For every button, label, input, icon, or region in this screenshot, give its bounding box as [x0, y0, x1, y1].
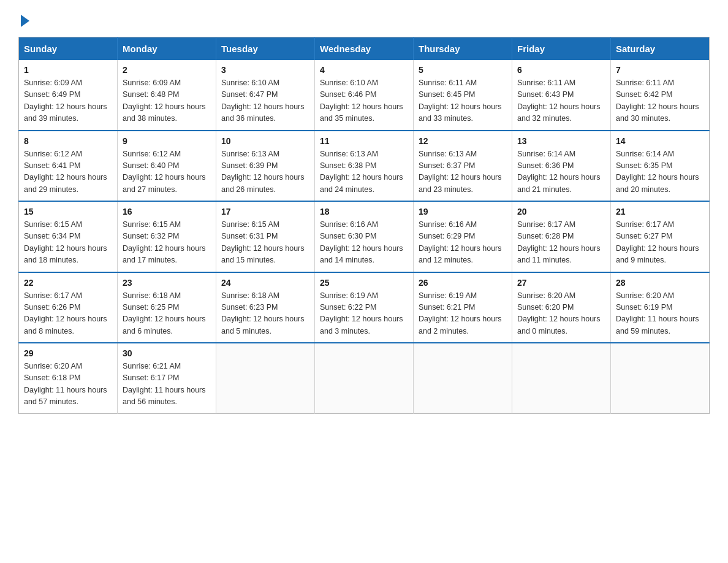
day-number: 18 [320, 207, 408, 216]
calendar-cell: 27Sunrise: 6:20 AMSunset: 6:20 PMDayligh… [512, 272, 611, 343]
day-number: 11 [320, 136, 408, 146]
calendar-cell: 11Sunrise: 6:13 AMSunset: 6:38 PMDayligh… [315, 131, 414, 202]
day-info: Sunrise: 6:14 AMSunset: 6:36 PMDaylight:… [517, 148, 605, 196]
calendar-table: SundayMondayTuesdayWednesdayThursdayFrid… [18, 37, 710, 414]
day-info: Sunrise: 6:15 AMSunset: 6:32 PMDaylight:… [123, 219, 211, 267]
calendar-cell: 17Sunrise: 6:15 AMSunset: 6:31 PMDayligh… [216, 201, 315, 272]
day-number: 26 [419, 278, 507, 288]
calendar-cell [414, 343, 512, 413]
day-info: Sunrise: 6:16 AMSunset: 6:30 PMDaylight:… [320, 219, 408, 267]
calendar-cell [512, 343, 611, 413]
day-info: Sunrise: 6:09 AMSunset: 6:48 PMDaylight:… [123, 77, 211, 125]
header-friday: Friday [512, 37, 611, 61]
calendar-cell: 1Sunrise: 6:09 AMSunset: 6:49 PMDaylight… [19, 60, 118, 131]
logo-arrow-icon [21, 15, 29, 27]
day-number: 6 [517, 65, 605, 75]
day-number: 29 [24, 348, 112, 358]
day-info: Sunrise: 6:17 AMSunset: 6:27 PMDaylight:… [616, 219, 704, 267]
day-info: Sunrise: 6:20 AMSunset: 6:19 PMDaylight:… [616, 290, 704, 338]
day-info: Sunrise: 6:12 AMSunset: 6:41 PMDaylight:… [24, 148, 112, 196]
day-info: Sunrise: 6:11 AMSunset: 6:42 PMDaylight:… [616, 77, 704, 125]
day-info: Sunrise: 6:17 AMSunset: 6:26 PMDaylight:… [24, 290, 112, 338]
day-number: 25 [320, 278, 408, 288]
calendar-cell: 24Sunrise: 6:18 AMSunset: 6:23 PMDayligh… [216, 272, 315, 343]
day-number: 3 [221, 65, 309, 75]
day-info: Sunrise: 6:18 AMSunset: 6:23 PMDaylight:… [221, 290, 309, 338]
header-saturday: Saturday [611, 37, 710, 61]
day-number: 15 [24, 207, 112, 216]
day-number: 2 [123, 65, 211, 75]
day-info: Sunrise: 6:20 AMSunset: 6:18 PMDaylight:… [24, 361, 112, 408]
day-number: 13 [517, 136, 605, 146]
day-info: Sunrise: 6:21 AMSunset: 6:17 PMDaylight:… [123, 361, 211, 408]
day-number: 12 [419, 136, 507, 146]
day-info: Sunrise: 6:13 AMSunset: 6:37 PMDaylight:… [419, 148, 507, 196]
calendar-cell: 15Sunrise: 6:15 AMSunset: 6:34 PMDayligh… [19, 201, 118, 272]
calendar-cell: 16Sunrise: 6:15 AMSunset: 6:32 PMDayligh… [118, 201, 216, 272]
day-number: 16 [123, 207, 211, 216]
day-number: 30 [123, 348, 211, 358]
day-info: Sunrise: 6:16 AMSunset: 6:29 PMDaylight:… [419, 219, 507, 267]
day-info: Sunrise: 6:11 AMSunset: 6:43 PMDaylight:… [517, 77, 605, 125]
day-number: 28 [616, 278, 704, 288]
header-tuesday: Tuesday [216, 37, 315, 61]
calendar-cell: 6Sunrise: 6:11 AMSunset: 6:43 PMDaylight… [512, 60, 611, 131]
day-info: Sunrise: 6:15 AMSunset: 6:34 PMDaylight:… [24, 219, 112, 267]
day-info: Sunrise: 6:19 AMSunset: 6:22 PMDaylight:… [320, 290, 408, 338]
day-info: Sunrise: 6:19 AMSunset: 6:21 PMDaylight:… [419, 290, 507, 338]
calendar-cell: 20Sunrise: 6:17 AMSunset: 6:28 PMDayligh… [512, 201, 611, 272]
calendar-cell: 9Sunrise: 6:12 AMSunset: 6:40 PMDaylight… [118, 131, 216, 202]
day-info: Sunrise: 6:09 AMSunset: 6:49 PMDaylight:… [24, 77, 112, 125]
calendar-cell: 10Sunrise: 6:13 AMSunset: 6:39 PMDayligh… [216, 131, 315, 202]
calendar-cell: 12Sunrise: 6:13 AMSunset: 6:37 PMDayligh… [414, 131, 512, 202]
day-number: 10 [221, 136, 309, 146]
day-number: 24 [221, 278, 309, 288]
calendar-cell: 8Sunrise: 6:12 AMSunset: 6:41 PMDaylight… [19, 131, 118, 202]
day-number: 9 [123, 136, 211, 146]
day-number: 19 [419, 207, 507, 216]
day-number: 4 [320, 65, 408, 75]
day-info: Sunrise: 6:11 AMSunset: 6:45 PMDaylight:… [419, 77, 507, 125]
day-info: Sunrise: 6:15 AMSunset: 6:31 PMDaylight:… [221, 219, 309, 267]
calendar-cell [216, 343, 315, 413]
calendar-cell: 26Sunrise: 6:19 AMSunset: 6:21 PMDayligh… [414, 272, 512, 343]
day-number: 1 [24, 65, 112, 75]
day-number: 17 [221, 207, 309, 216]
day-number: 8 [24, 136, 112, 146]
calendar-cell: 14Sunrise: 6:14 AMSunset: 6:35 PMDayligh… [611, 131, 710, 202]
calendar-cell: 7Sunrise: 6:11 AMSunset: 6:42 PMDaylight… [611, 60, 710, 131]
calendar-cell: 23Sunrise: 6:18 AMSunset: 6:25 PMDayligh… [118, 272, 216, 343]
day-number: 5 [419, 65, 507, 75]
day-number: 23 [123, 278, 211, 288]
day-number: 20 [517, 207, 605, 216]
calendar-week-row: 1Sunrise: 6:09 AMSunset: 6:49 PMDaylight… [19, 60, 710, 131]
day-number: 22 [24, 278, 112, 288]
calendar-cell: 29Sunrise: 6:20 AMSunset: 6:18 PMDayligh… [19, 343, 118, 413]
calendar-week-row: 15Sunrise: 6:15 AMSunset: 6:34 PMDayligh… [19, 201, 710, 272]
calendar-cell [611, 343, 710, 413]
header-sunday: Sunday [19, 37, 118, 61]
calendar-cell: 22Sunrise: 6:17 AMSunset: 6:26 PMDayligh… [19, 272, 118, 343]
day-info: Sunrise: 6:18 AMSunset: 6:25 PMDaylight:… [123, 290, 211, 338]
day-info: Sunrise: 6:14 AMSunset: 6:35 PMDaylight:… [616, 148, 704, 196]
page-header [18, 12, 710, 25]
day-info: Sunrise: 6:13 AMSunset: 6:38 PMDaylight:… [320, 148, 408, 196]
day-info: Sunrise: 6:10 AMSunset: 6:46 PMDaylight:… [320, 77, 408, 125]
calendar-cell: 25Sunrise: 6:19 AMSunset: 6:22 PMDayligh… [315, 272, 414, 343]
calendar-cell: 13Sunrise: 6:14 AMSunset: 6:36 PMDayligh… [512, 131, 611, 202]
calendar-cell: 2Sunrise: 6:09 AMSunset: 6:48 PMDaylight… [118, 60, 216, 131]
day-number: 7 [616, 65, 704, 75]
calendar-cell: 3Sunrise: 6:10 AMSunset: 6:47 PMDaylight… [216, 60, 315, 131]
calendar-week-row: 8Sunrise: 6:12 AMSunset: 6:41 PMDaylight… [19, 131, 710, 202]
day-info: Sunrise: 6:20 AMSunset: 6:20 PMDaylight:… [517, 290, 605, 338]
calendar-week-row: 29Sunrise: 6:20 AMSunset: 6:18 PMDayligh… [19, 343, 710, 413]
calendar-cell: 21Sunrise: 6:17 AMSunset: 6:27 PMDayligh… [611, 201, 710, 272]
header-wednesday: Wednesday [315, 37, 414, 61]
day-number: 14 [616, 136, 704, 146]
calendar-cell: 30Sunrise: 6:21 AMSunset: 6:17 PMDayligh… [118, 343, 216, 413]
calendar-cell: 19Sunrise: 6:16 AMSunset: 6:29 PMDayligh… [414, 201, 512, 272]
logo [18, 12, 29, 25]
day-number: 27 [517, 278, 605, 288]
calendar-header-row: SundayMondayTuesdayWednesdayThursdayFrid… [19, 37, 710, 61]
calendar-cell: 18Sunrise: 6:16 AMSunset: 6:30 PMDayligh… [315, 201, 414, 272]
